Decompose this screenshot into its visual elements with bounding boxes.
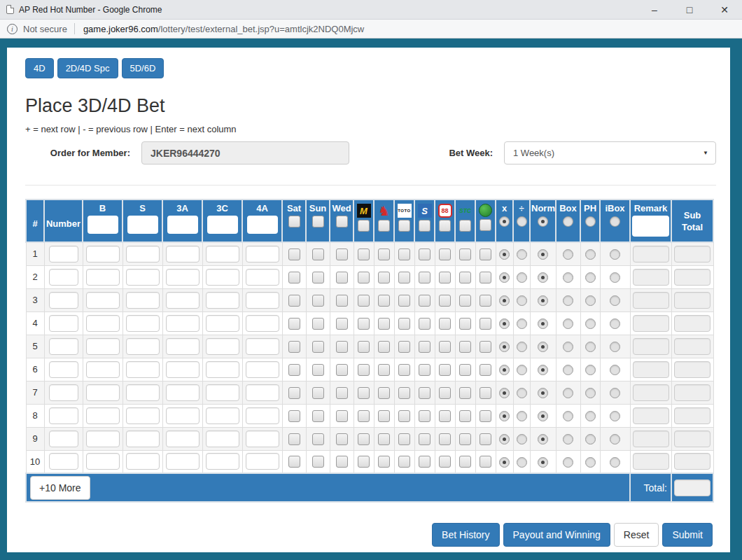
magnum-checkbox[interactable] <box>358 456 370 468</box>
stc-checkbox[interactable] <box>459 410 471 422</box>
norm-radio[interactable] <box>538 457 548 468</box>
magnum-checkbox[interactable] <box>358 295 370 307</box>
ibox-radio[interactable] <box>610 272 620 283</box>
magnum-all-checkbox[interactable] <box>358 220 370 232</box>
payout-winning-button[interactable]: Payout and Winning <box>503 523 610 547</box>
cashsweep-checkbox[interactable] <box>479 295 491 307</box>
box-radio[interactable] <box>563 272 573 283</box>
sabah88-checkbox[interactable] <box>439 410 451 422</box>
submit-button[interactable]: Submit <box>662 523 713 547</box>
s-amount-input[interactable] <box>126 269 160 286</box>
3a-amount-input[interactable] <box>166 361 200 378</box>
box-radio[interactable] <box>563 249 573 260</box>
number-input[interactable] <box>49 269 78 286</box>
ibox-radio[interactable] <box>610 295 620 306</box>
3c-amount-input[interactable] <box>206 430 239 447</box>
3c-amount-input[interactable] <box>206 315 239 332</box>
4a-amount-input[interactable] <box>246 269 279 286</box>
sun-checkbox[interactable] <box>312 272 324 284</box>
multiply-radio[interactable] <box>499 457 510 468</box>
magnum-checkbox[interactable] <box>358 387 370 399</box>
sat-checkbox[interactable] <box>288 295 300 307</box>
damacai-checkbox[interactable] <box>378 364 390 376</box>
ph-radio[interactable] <box>585 272 596 283</box>
b-header-input[interactable] <box>88 216 118 234</box>
3a-amount-input[interactable] <box>166 407 200 424</box>
multiply-radio[interactable] <box>499 411 510 421</box>
maximize-icon[interactable]: □ <box>672 0 707 20</box>
divide-all-radio[interactable] <box>517 216 527 227</box>
toto-checkbox[interactable] <box>398 410 410 422</box>
3c-amount-input[interactable] <box>206 269 239 286</box>
ph-radio[interactable] <box>585 457 596 468</box>
box-radio[interactable] <box>563 365 573 375</box>
divide-radio[interactable] <box>517 388 527 398</box>
box-radio[interactable] <box>563 411 573 421</box>
norm-radio[interactable] <box>538 365 548 375</box>
sabah88-checkbox[interactable] <box>439 433 451 445</box>
3c-amount-input[interactable] <box>206 453 239 470</box>
number-input[interactable] <box>49 453 78 470</box>
sgpools-checkbox[interactable] <box>419 295 430 307</box>
number-input[interactable] <box>49 246 78 262</box>
b-amount-input[interactable] <box>86 361 120 378</box>
4a-amount-input[interactable] <box>246 430 279 447</box>
sun-checkbox[interactable] <box>312 433 324 445</box>
sat-all-checkbox[interactable] <box>288 216 300 227</box>
box-radio[interactable] <box>563 434 573 444</box>
s-amount-input[interactable] <box>126 315 160 332</box>
sgpools-checkbox[interactable] <box>419 248 430 260</box>
cashsweep-all-checkbox[interactable] <box>479 219 491 231</box>
sgpools-checkbox[interactable] <box>419 341 430 353</box>
ibox-radio[interactable] <box>610 249 620 260</box>
multiply-radio[interactable] <box>499 365 510 375</box>
sun-checkbox[interactable] <box>312 248 324 260</box>
norm-radio[interactable] <box>538 342 548 352</box>
b-amount-input[interactable] <box>86 430 120 447</box>
ph-radio[interactable] <box>585 318 596 329</box>
3a-amount-input[interactable] <box>166 246 200 262</box>
wed-checkbox[interactable] <box>336 433 348 445</box>
cashsweep-checkbox[interactable] <box>479 387 491 399</box>
sun-checkbox[interactable] <box>312 456 324 468</box>
sabah88-checkbox[interactable] <box>439 318 451 330</box>
3c-amount-input[interactable] <box>206 361 239 378</box>
box-radio[interactable] <box>563 388 573 398</box>
ph-radio[interactable] <box>585 249 596 260</box>
magnum-checkbox[interactable] <box>358 248 370 260</box>
sgpools-checkbox[interactable] <box>419 318 430 330</box>
3a-header-input[interactable] <box>167 216 198 234</box>
norm-all-radio[interactable] <box>538 216 548 227</box>
sat-checkbox[interactable] <box>288 272 300 284</box>
sat-checkbox[interactable] <box>288 318 300 330</box>
sat-checkbox[interactable] <box>288 248 300 260</box>
wed-checkbox[interactable] <box>336 341 348 353</box>
wed-checkbox[interactable] <box>336 272 348 284</box>
number-input[interactable] <box>49 407 78 424</box>
sabah88-all-checkbox[interactable] <box>439 220 451 232</box>
wed-checkbox[interactable] <box>336 248 348 260</box>
sat-checkbox[interactable] <box>288 456 300 468</box>
ibox-all-radio[interactable] <box>610 216 620 227</box>
multiply-all-radio[interactable] <box>499 216 510 227</box>
damacai-checkbox[interactable] <box>378 318 390 330</box>
3a-amount-input[interactable] <box>166 430 200 447</box>
toto-checkbox[interactable] <box>398 341 410 353</box>
stc-checkbox[interactable] <box>459 364 471 376</box>
sabah88-checkbox[interactable] <box>439 248 451 260</box>
toto-checkbox[interactable] <box>398 248 410 260</box>
4a-amount-input[interactable] <box>246 384 279 401</box>
cashsweep-checkbox[interactable] <box>479 364 491 376</box>
3c-amount-input[interactable] <box>206 338 239 355</box>
s-amount-input[interactable] <box>126 246 160 262</box>
3a-amount-input[interactable] <box>166 338 200 355</box>
multiply-radio[interactable] <box>499 318 510 329</box>
multiply-radio[interactable] <box>499 295 510 306</box>
divide-radio[interactable] <box>517 411 527 421</box>
reset-button[interactable]: Reset <box>614 523 659 547</box>
s-header-input[interactable] <box>127 216 158 234</box>
sgpools-checkbox[interactable] <box>419 433 430 445</box>
wed-checkbox[interactable] <box>336 410 348 422</box>
ibox-radio[interactable] <box>610 318 620 329</box>
3a-amount-input[interactable] <box>166 292 200 309</box>
